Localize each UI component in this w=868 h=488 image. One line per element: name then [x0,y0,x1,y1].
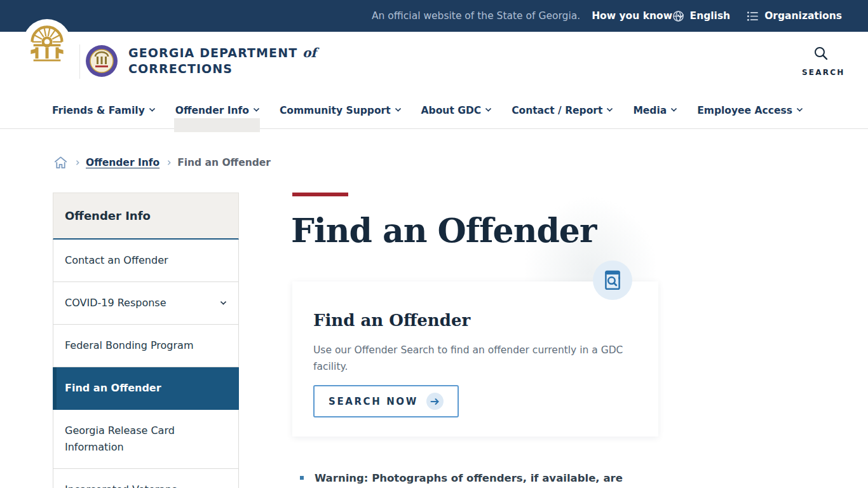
agency-of: of [302,45,316,60]
offender-search-badge [593,261,632,300]
official-website-text: An official website of the State of Geor… [372,10,580,22]
site-search-button[interactable]: SEARCH [802,46,840,77]
search-label: SEARCH [802,68,840,77]
language-selector[interactable]: English [672,10,731,22]
nav-item-about-gdc[interactable]: About GDC [421,93,491,128]
breadcrumb-chevron-icon [166,160,171,165]
bullet-icon [300,476,304,480]
chevron-down-icon [796,105,803,112]
search-now-button[interactable]: SEARCH NOW [313,385,459,417]
georgia-arch-logo[interactable] [23,19,71,67]
nav-item-offender-info[interactable]: Offender Info [175,93,259,128]
sidebar-item-georgia-release-card-information[interactable]: Georgia Release Card Information [53,410,239,469]
chevron-down-icon [149,105,155,112]
nav-item-media[interactable]: Media [633,93,676,128]
organizations-button[interactable]: Organizations [747,10,842,22]
chevron-down-icon [485,105,492,112]
warning-list-item: Warning: Photographs of offenders, if av… [300,470,670,488]
nav-item-friends-family[interactable]: Friends & Family [52,93,154,128]
nav-item-employee-access[interactable]: Employee Access [697,93,802,128]
sidebar-item-federal-bonding-program[interactable]: Federal Bonding Program [53,325,239,367]
home-icon[interactable] [53,156,68,170]
breadcrumb: Offender Info Find an Offender [53,154,271,171]
sidebar-title: Offender Info [53,193,239,240]
breadcrumb-current: Find an Offender [177,157,271,168]
chevron-down-icon [220,299,227,305]
sidebar-item-contact-an-offender[interactable]: Contact an Offender [53,240,239,282]
chevron-down-icon [607,105,613,112]
title-accent-bar [292,193,348,196]
agency-name-link[interactable]: GEORGIA DEPARTMENT of CORRECTIONS [128,45,316,77]
search-icon [813,46,829,61]
chevron-down-icon [395,105,401,112]
site-header: GEORGIA DEPARTMENT of CORRECTIONS SEARCH [0,32,868,93]
nav-item-community-support[interactable]: Community Support [280,93,400,128]
org-list-icon [747,11,759,22]
warning-text: Warning: Photographs of offenders, if av… [315,470,670,488]
agency-line2: CORRECTIONS [128,62,233,76]
gdc-seal[interactable] [85,44,118,78]
globe-icon [672,10,684,22]
agency-line1: GEORGIA DEPARTMENT [128,46,297,60]
card-description: Use our Offender Search to find an offen… [313,342,631,375]
section-sidebar: Offender Info Contact an Offender COVID-… [53,193,239,488]
arrow-right-icon [426,393,444,410]
how-you-know-button[interactable]: How you know [592,10,683,22]
sidebar-item-covid-19-response[interactable]: COVID-19 Response [53,282,239,325]
breadcrumb-chevron-icon [74,160,79,165]
sidebar-item-incarcerated-veterans[interactable]: Incarcerated Veterans [53,469,239,488]
government-banner: An official website of the State of Geor… [0,0,868,32]
chevron-down-icon [671,105,677,112]
breadcrumb-link-offender-info[interactable]: Offender Info [86,157,159,168]
page: An official website of the State of Geor… [0,0,868,488]
logo-divider [79,44,80,79]
card-title: Find an Offender [313,311,470,330]
chevron-down-icon [253,105,259,112]
main-navigation: Friends & Family Offender Info Community… [0,93,868,129]
page-title: Find an Offender [291,211,596,250]
document-search-icon [602,269,623,292]
sidebar-item-find-an-offender[interactable]: Find an Offender [53,367,239,410]
nav-item-contact-report[interactable]: Contact / Report [512,93,612,128]
